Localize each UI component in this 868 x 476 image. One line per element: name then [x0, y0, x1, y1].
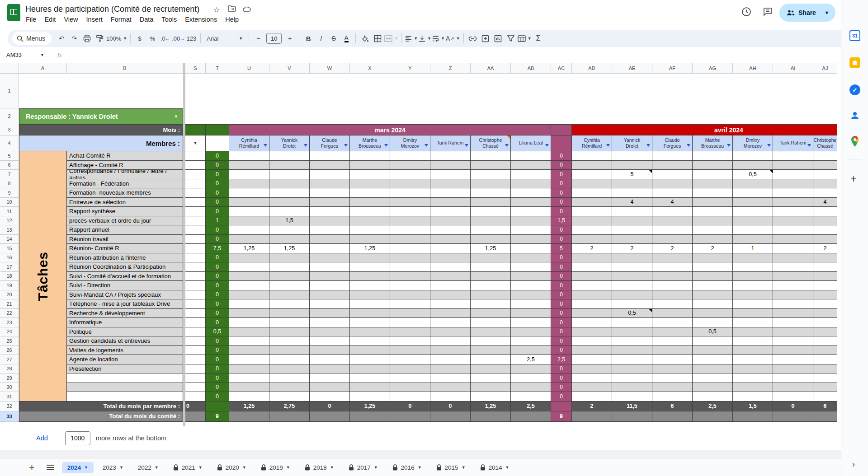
cell-AA7[interactable]: [471, 170, 511, 179]
cell-AC16[interactable]: 0: [551, 253, 572, 263]
cell-AA15[interactable]: 1,25: [471, 244, 511, 253]
cell-AJ8[interactable]: [813, 179, 837, 189]
cell-AG7[interactable]: [693, 170, 733, 179]
col-header-AE[interactable]: AE: [612, 63, 652, 74]
cell-AI27[interactable]: [773, 355, 813, 364]
cell-U18[interactable]: [229, 272, 269, 281]
sheet-tab-caret[interactable]: ▼: [119, 465, 123, 470]
cell-AH9[interactable]: [733, 188, 773, 198]
menu-edit[interactable]: Edit: [40, 14, 60, 24]
row-header-8[interactable]: 8: [0, 179, 19, 189]
cell-W7[interactable]: [310, 170, 350, 179]
cell-AF25[interactable]: [652, 336, 693, 346]
cell-AE6[interactable]: [612, 161, 652, 170]
cell-AH31[interactable]: [733, 392, 773, 401]
cell-Y16[interactable]: [390, 253, 430, 263]
cell-Y33[interactable]: [390, 411, 430, 422]
cell-S10[interactable]: [185, 198, 206, 207]
cell-AH17[interactable]: [733, 262, 773, 272]
cell-AF26[interactable]: [652, 346, 693, 355]
cell-Z19[interactable]: [430, 281, 471, 290]
cell-U28[interactable]: [229, 364, 269, 374]
cell-AH14[interactable]: [733, 235, 773, 244]
row-header-3[interactable]: 3: [0, 124, 19, 135]
document-title[interactable]: Heures de participation (Comité de recru…: [25, 5, 199, 14]
cell-AD10[interactable]: [572, 198, 612, 207]
cell-U6[interactable]: [229, 161, 269, 170]
formula-input[interactable]: [61, 47, 868, 63]
cell-V31[interactable]: [269, 392, 310, 401]
cell-AG29[interactable]: [693, 373, 733, 383]
cell-S6[interactable]: [185, 161, 206, 170]
row-header-24[interactable]: 24: [0, 327, 19, 337]
cell-Z22[interactable]: [430, 309, 471, 318]
cell-W9[interactable]: [310, 188, 350, 198]
member-header-X4[interactable]: MartheBrousseau: [350, 135, 390, 151]
mois-label-cell[interactable]: Mois :: [19, 124, 183, 135]
cell-W13[interactable]: [310, 225, 350, 235]
cell-AD8[interactable]: [572, 179, 612, 189]
cell-V5[interactable]: [269, 151, 310, 161]
cell-AG31[interactable]: [693, 392, 733, 401]
cell-T10[interactable]: 0: [206, 198, 229, 207]
cell-AB14[interactable]: [511, 235, 551, 244]
cell-V28[interactable]: [269, 364, 310, 374]
col-header-X[interactable]: X: [350, 63, 390, 74]
cell-AB8[interactable]: [511, 179, 551, 189]
insert-comment-button[interactable]: [480, 32, 491, 45]
task-cell-B9[interactable]: Formation- nouveaux membres: [67, 188, 183, 198]
cell-AA28[interactable]: [471, 364, 511, 374]
cell-AE11[interactable]: [612, 207, 652, 216]
task-cell-B24[interactable]: Politique: [67, 327, 183, 337]
cell-Y26[interactable]: [390, 346, 430, 355]
task-cell-B8[interactable]: Formation - Fédération: [67, 179, 183, 189]
cell-AI29[interactable]: [773, 373, 813, 383]
cell-AH6[interactable]: [733, 161, 773, 170]
cell-AF15[interactable]: 2: [652, 244, 693, 253]
cell-X19[interactable]: [350, 281, 390, 290]
cell-AH10[interactable]: [733, 198, 773, 207]
bold-button[interactable]: B: [302, 32, 314, 45]
cell-AB6[interactable]: [511, 161, 551, 170]
row-header-4[interactable]: 4: [0, 135, 19, 151]
cell-AC19[interactable]: 0: [551, 281, 572, 290]
cell-AJ6[interactable]: [813, 161, 837, 170]
task-cell-B15[interactable]: Réunion- Comité R: [67, 244, 183, 253]
table-views-button[interactable]: ▼: [518, 32, 532, 45]
cell-Y12[interactable]: [390, 216, 430, 226]
cell-Y21[interactable]: [390, 299, 430, 309]
cell-AC31[interactable]: 0: [551, 392, 572, 401]
cell-X24[interactable]: [350, 327, 390, 337]
cell-AG15[interactable]: 2: [693, 244, 733, 253]
cell-AH21[interactable]: [733, 299, 773, 309]
functions-button[interactable]: Σ: [533, 32, 544, 45]
cell-AE29[interactable]: [612, 373, 652, 383]
cell-AH20[interactable]: [733, 290, 773, 300]
cell-V27[interactable]: [269, 355, 310, 364]
cell-X25[interactable]: [350, 336, 390, 346]
row-header-7[interactable]: 7: [0, 170, 19, 179]
cell-AA24[interactable]: [471, 327, 511, 337]
cell-AF20[interactable]: [652, 290, 693, 300]
cell-S23[interactable]: [185, 318, 206, 327]
cell-X7[interactable]: [350, 170, 390, 179]
cell-Y7[interactable]: [390, 170, 430, 179]
cell-X9[interactable]: [350, 188, 390, 198]
cell-U24[interactable]: [229, 327, 269, 337]
cell-AB9[interactable]: [511, 188, 551, 198]
sheet-tab-2019[interactable]: 2019▼: [255, 462, 296, 473]
member-dropdown-caret[interactable]: [505, 144, 509, 147]
cell-AH18[interactable]: [733, 272, 773, 281]
cell-T20[interactable]: 0: [206, 290, 229, 300]
member-header-AA4[interactable]: ChristopheChassé: [471, 135, 511, 151]
version-history-icon[interactable]: [741, 6, 752, 18]
cell-AG26[interactable]: [693, 346, 733, 355]
cell-AB7[interactable]: [511, 170, 551, 179]
cell-S13[interactable]: [185, 225, 206, 235]
cell-Z16[interactable]: [430, 253, 471, 263]
cell-V9[interactable]: [269, 188, 310, 198]
cell-U15[interactable]: 1,25: [229, 244, 269, 253]
col-header-W[interactable]: W: [310, 63, 350, 74]
cell-AG12[interactable]: [693, 216, 733, 226]
cell-S15[interactable]: [185, 244, 206, 253]
